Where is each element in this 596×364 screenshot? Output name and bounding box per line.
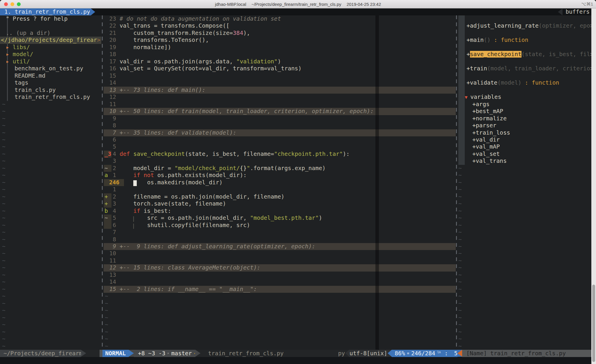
code-line[interactable]: ~2 model_dir = "model/check_point/{}".fo… (104, 165, 456, 172)
code-line[interactable]: ~5 src = os.path.join(model_dir, "model_… (104, 215, 456, 222)
nerdtree-dir-util[interactable]: ▸ util/ (0, 58, 101, 65)
code-fold-line[interactable]: 9+-- 9 lines: def adjust_learning_rate(o… (104, 243, 456, 250)
code-line[interactable]: 11 (104, 101, 456, 108)
tagbar-tag[interactable]: +train(model, train_loader, criterio> (458, 65, 591, 72)
code-line[interactable]: 1 (104, 186, 456, 193)
nerdtree-root-text: </jdhao/Projects/deep_firear (1, 37, 97, 43)
tag-token: : function (491, 37, 528, 43)
code-line[interactable]: 12 (104, 94, 456, 101)
code-line[interactable]: 6 shutil.copyfile(filename, src) (104, 222, 456, 229)
code-line[interactable]: 9 (104, 115, 456, 122)
code-line[interactable]: 22val_trans = transforms.Compose([ (104, 22, 456, 29)
code-line[interactable]: _34def save_checkpoint(state, is_best, f… (104, 151, 456, 158)
code-line[interactable]: +3 torch.save(state, filename) (104, 200, 456, 207)
nerdtree-dir-libs[interactable]: ▸ libs/ (0, 44, 101, 51)
code-line[interactable]: 246 os.makedirs(model_dir) (104, 179, 456, 186)
dir-name: libs/ (13, 44, 30, 51)
code-line[interactable]: 20 transforms.ToTensor(), (104, 37, 456, 44)
nerdtree-tilde-line: ~ (0, 101, 101, 108)
nerdtree-tilde-line: ~ (0, 293, 101, 300)
code-line[interactable]: 19 normalize]) (104, 44, 456, 51)
tagbar-blank-line (458, 58, 591, 65)
terminal-scrollbar-thumb[interactable] (592, 285, 595, 362)
code-line[interactable]: 17val_dir = os.path.join(args.data, "val… (104, 58, 456, 65)
nerdtree-tilde-line: ~ (0, 264, 101, 271)
gitgutter-sign: ~ (104, 165, 108, 172)
nerdtree-file-train_retr_from_clspy[interactable]: train_retr_from_cls.py (0, 94, 101, 101)
code-line[interactable]: a1 if not os.path.exists(model_dir): (104, 172, 456, 179)
code-line[interactable]: 16val_set = QuerySet(root=val_dir, trans… (104, 65, 456, 72)
code-line[interactable]: 8 (104, 122, 456, 129)
line-number: 12 (104, 264, 116, 271)
nerdtree-file-tags[interactable]: tags (0, 79, 101, 86)
code-line[interactable]: 13 (104, 272, 456, 279)
code-line[interactable]: +2 filename = os.path.join(model_dir, fi… (104, 193, 456, 200)
code-line[interactable]: b4 if is_best: (104, 208, 456, 215)
tagbar-tag[interactable]: +adjust_learning_rate(optimizer, epo> (458, 22, 591, 29)
tagbar-tag[interactable]: +main() : function (458, 37, 591, 44)
tagbar-pane[interactable]: +adjust_learning_rate(optimizer, epo>+ma… (458, 15, 591, 350)
tagbar-variable[interactable]: +train_loss (458, 129, 591, 136)
nerdtree-file-train_clspy[interactable]: train_cls.py (0, 87, 101, 94)
nerdtree-pane[interactable]: " Press ? for help.. (up a dir)</jdhao/P… (0, 15, 101, 350)
line-number: 6 (104, 136, 116, 143)
line-number: 23 (104, 15, 116, 22)
code-fold-line[interactable]: 13+-- 73 lines: def main(): (104, 87, 456, 94)
tagbar-variable[interactable]: +best_mAP (458, 108, 591, 115)
window-separator-right[interactable] (456, 15, 457, 350)
code-token: ), (243, 30, 250, 36)
tagbar-tag[interactable]: +validate(model) : function (458, 79, 591, 86)
tag-token: (model, train_loader, criterio (487, 65, 590, 72)
code-fold-line[interactable]: 15+-- 2 lines: if __name__ == "__main__"… (104, 286, 456, 293)
code-line[interactable]: 23# do not do data augmentation on valid… (104, 15, 456, 22)
vim-command-line[interactable] (0, 357, 596, 364)
code-window[interactable]: 23# do not do data augmentation on valid… (104, 15, 456, 350)
tagbar-variable[interactable]: +val_set (458, 151, 591, 158)
code-line[interactable]: 11 (104, 257, 456, 264)
tagbar-kind-header[interactable]: ▼ variables (458, 94, 591, 101)
tagbar-tilde-line: ~ (458, 215, 591, 222)
gitgutter-sign: ~ (104, 215, 108, 222)
code-line[interactable]: 5 (104, 143, 456, 150)
code-line[interactable]: 6 (104, 136, 456, 143)
code-line[interactable]: 8 (104, 236, 456, 243)
code-fold-line[interactable]: 12+-- 15 lines: class AverageMeter(objec… (104, 264, 456, 271)
code-line[interactable]: 3 (104, 158, 456, 165)
terminal-scrollbar-track[interactable] (591, 8, 596, 364)
tagbar-tag[interactable]: +save_checkpoint(state, is_best, fil> (458, 51, 591, 58)
code-line[interactable]: 7 (104, 229, 456, 236)
tagbar-variable[interactable]: +args (458, 101, 591, 108)
nerdtree-file-READMEmd[interactable]: README.md (0, 72, 101, 79)
tagbar-variable[interactable]: +val_dir (458, 136, 591, 143)
tagbar-variable[interactable]: +normalize (458, 115, 591, 122)
code-line[interactable]: 15 (104, 72, 456, 79)
nerdtree-tilde-line: ~ (0, 136, 101, 143)
nerdtree-root-path[interactable]: </jdhao/Projects/deep_firear> (0, 37, 101, 44)
tagbar-tilde-line: ~ (458, 193, 591, 200)
tagbar-blank-line (458, 72, 591, 79)
code-line[interactable]: 14 (104, 279, 456, 286)
tab-train-retr-from-cls[interactable]: 1. train_retr_from_cls.py (0, 8, 91, 15)
code-fold-line[interactable]: 7+-- 35 lines: def validate(model): (104, 129, 456, 136)
window-title-datetime: 2019-04-25 23:42 (347, 2, 381, 7)
nerdtree-file-benchmark_on_testpy[interactable]: benchmark_on_test.py (0, 65, 101, 72)
code-line[interactable]: 14 (104, 79, 456, 86)
tagbar-tilde-line: ~ (458, 300, 591, 307)
tagbar-variable[interactable]: +parser (458, 122, 591, 129)
code-token: "model/check_point/ (175, 165, 240, 172)
window-separator-left[interactable] (102, 15, 103, 350)
nerdtree-statusline-path: ~/Projects/deep_firearm (0, 350, 81, 357)
powerline-arrow (129, 350, 134, 357)
code-line[interactable]: 21 custom_transform.Resize(size=384), (104, 30, 456, 37)
code-line[interactable]: 10 (104, 250, 456, 257)
tagbar-variable[interactable]: +val_trans (458, 158, 591, 165)
code-token (130, 151, 133, 157)
powerline-arrow (195, 350, 201, 357)
nerdtree-up-dir[interactable]: .. (up a dir) (0, 30, 101, 37)
tagbar-variable[interactable]: +val_mAP (458, 143, 591, 150)
code-fold-line[interactable]: 10+-- 50 lines: def train(model, train_l… (104, 108, 456, 115)
nerdtree-tilde-line: ~ (0, 129, 101, 136)
nerdtree-dir-model[interactable]: ▸ model/ (0, 51, 101, 58)
code-line[interactable]: 18 (104, 51, 456, 58)
dir-expand-icon: ▸ (6, 44, 13, 51)
